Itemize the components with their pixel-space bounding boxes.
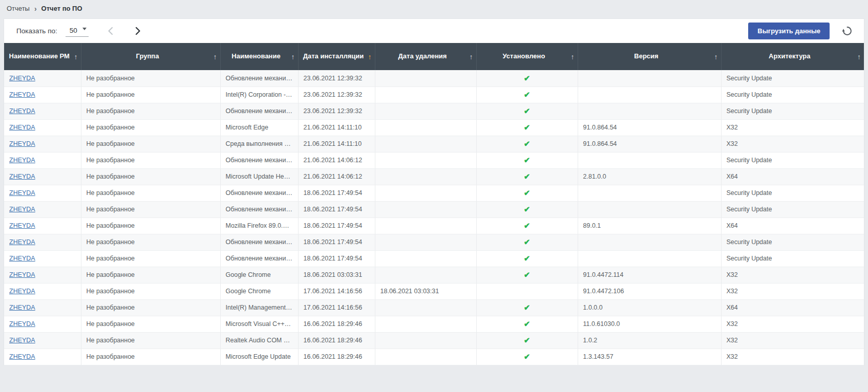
install-date-cell: 17.06.2021 14:16:56 (298, 299, 375, 316)
installed-check-icon (524, 190, 531, 197)
page-size-select[interactable]: 50 (66, 25, 89, 37)
version-cell: 91.0.864.54 (578, 136, 721, 152)
sort-arrow-icon[interactable] (470, 52, 473, 61)
workstation-link[interactable]: ZHEYDA (9, 157, 35, 164)
toolbar: Показать по: 50 Выгрузить данные (4, 19, 864, 43)
group-cell: Не разобранное (81, 316, 220, 332)
workstation-link[interactable]: ZHEYDA (9, 304, 35, 311)
installed-check-icon (524, 239, 531, 246)
version-cell (578, 152, 721, 168)
version-cell: 1.0.0.0 (578, 299, 721, 316)
column-header-installed[interactable]: Установлено (476, 43, 578, 70)
workstation-link[interactable]: ZHEYDA (9, 271, 35, 278)
workstation-link[interactable]: ZHEYDA (9, 337, 35, 344)
version-cell (578, 103, 721, 119)
column-header-label: Архитектура (769, 52, 810, 60)
group-cell: Не разобранное (81, 185, 220, 201)
architecture-cell: Security Update (721, 185, 864, 201)
install-date-cell: 18.06.2021 17:49:54 (298, 217, 375, 234)
group-cell: Не разобранное (81, 201, 220, 217)
installed-cell (476, 136, 578, 152)
install-date-cell: 23.06.2021 12:39:32 (298, 103, 375, 119)
column-header-group[interactable]: Группа (81, 43, 220, 70)
column-header-removal-date[interactable]: Дата удаления (375, 43, 476, 70)
workstation-cell: ZHEYDA (4, 70, 81, 86)
workstation-link[interactable]: ZHEYDA (9, 288, 35, 295)
installed-cell (476, 250, 578, 267)
workstation-link[interactable]: ZHEYDA (9, 320, 35, 328)
column-header-label: Наименование (231, 52, 280, 60)
version-cell: 1.0.2 (578, 332, 721, 349)
sort-arrow-icon[interactable] (571, 52, 575, 61)
installed-check-icon (524, 108, 531, 115)
report-panel: Показать по: 50 Выгрузить данные (4, 18, 864, 365)
sort-arrow-icon[interactable] (368, 52, 372, 61)
workstation-link[interactable]: ZHEYDA (9, 189, 35, 197)
workstation-link[interactable]: ZHEYDA (9, 238, 35, 246)
refresh-icon (842, 26, 853, 36)
sort-arrow-icon[interactable] (74, 52, 78, 61)
refresh-button[interactable] (842, 26, 853, 36)
breadcrumb: Отчеты Отчет по ПО (0, 0, 868, 17)
installed-cell (476, 234, 578, 250)
sort-arrow-icon[interactable] (714, 52, 718, 61)
installed-cell (476, 349, 578, 365)
workstation-link[interactable]: ZHEYDA (9, 222, 35, 229)
removal-date-cell (375, 299, 476, 316)
column-header-install-date[interactable]: Дата инсталляции (298, 43, 375, 70)
software-name-cell: Intel(R) Management E… (220, 299, 298, 316)
installed-check-icon (524, 124, 531, 132)
chevron-right-icon (135, 27, 141, 35)
sort-arrow-icon[interactable] (857, 52, 861, 61)
workstation-link[interactable]: ZHEYDA (9, 353, 35, 360)
sort-arrow-icon[interactable] (214, 52, 217, 61)
workstation-cell: ZHEYDA (4, 267, 81, 283)
install-date-cell: 16.06.2021 18:29:46 (298, 316, 375, 332)
removal-date-cell (375, 217, 476, 234)
column-header-workstation[interactable]: Наименование РМ (4, 43, 81, 70)
software-name-cell: Google Chrome (220, 283, 298, 299)
install-date-cell: 18.06.2021 03:03:31 (298, 267, 375, 283)
workstation-cell: ZHEYDA (4, 316, 81, 332)
sort-arrow-icon[interactable] (291, 52, 295, 61)
table-row: ZHEYDAНе разобранноеGoogle Chrome18.06.2… (4, 267, 864, 283)
installed-cell (476, 299, 578, 316)
version-cell: 91.0.4472.106 (578, 283, 721, 299)
workstation-link[interactable]: ZHEYDA (9, 75, 35, 82)
breadcrumb-reports-link[interactable]: Отчеты (7, 5, 30, 12)
column-header-label: Установлено (503, 52, 545, 60)
workstation-link[interactable]: ZHEYDA (9, 91, 35, 98)
removal-date-cell (375, 234, 476, 250)
removal-date-cell (375, 168, 476, 185)
workstation-link[interactable]: ZHEYDA (9, 140, 35, 147)
software-name-cell: Microsoft Update Heal… (220, 168, 298, 185)
removal-date-cell (375, 70, 476, 86)
removal-date-cell (375, 119, 476, 136)
version-cell (578, 201, 721, 217)
group-cell: Не разобранное (81, 250, 220, 267)
workstation-link[interactable]: ZHEYDA (9, 173, 35, 180)
workstation-link[interactable]: ZHEYDA (9, 206, 35, 213)
column-header-version[interactable]: Версия (578, 43, 721, 70)
workstation-link[interactable]: ZHEYDA (9, 107, 35, 115)
page-title: Отчет по ПО (41, 5, 82, 12)
table-row: ZHEYDAНе разобранноеGoogle Chrome17.06.2… (4, 283, 864, 299)
workstation-link[interactable]: ZHEYDA (9, 255, 35, 262)
installed-check-icon (524, 223, 531, 230)
software-name-cell: Обновление механиз… (220, 70, 298, 86)
removal-date-cell (375, 152, 476, 168)
group-cell: Не разобранное (81, 86, 220, 103)
table-row: ZHEYDAНе разобранноеMicrosoft Edge Updat… (4, 349, 864, 365)
prev-page-button[interactable] (104, 25, 117, 38)
workstation-cell: ZHEYDA (4, 86, 81, 103)
removal-date-cell (375, 86, 476, 103)
installed-cell (476, 283, 578, 299)
software-name-cell: Google Chrome (220, 267, 298, 283)
column-header-architecture[interactable]: Архитектура (721, 43, 864, 70)
column-header-name[interactable]: Наименование (220, 43, 298, 70)
workstation-link[interactable]: ZHEYDA (9, 124, 35, 131)
software-name-cell: Обновление механиз… (220, 250, 298, 267)
next-page-button[interactable] (132, 25, 145, 38)
export-data-button[interactable]: Выгрузить данные (748, 23, 830, 39)
software-name-cell: Microsoft Visual C++ 2… (220, 316, 298, 332)
